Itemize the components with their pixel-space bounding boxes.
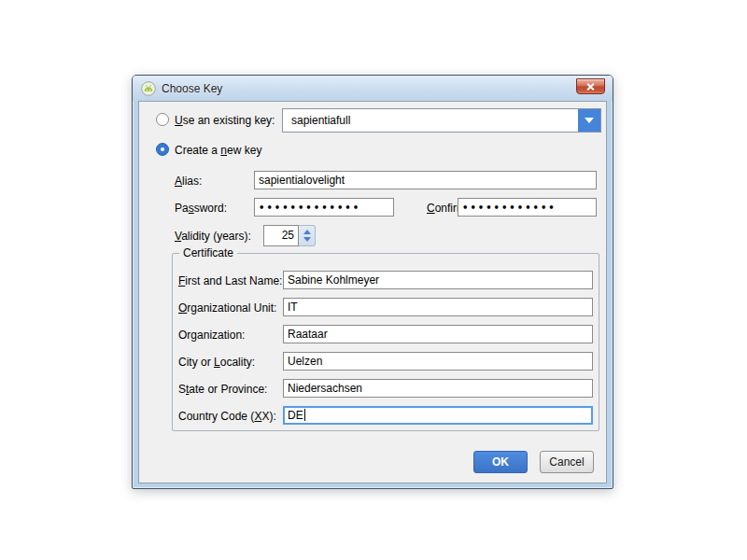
create-new-key-radio[interactable]: [156, 143, 169, 156]
cancel-button[interactable]: Cancel: [540, 451, 594, 473]
chevron-down-icon: [303, 237, 311, 242]
existing-key-value: sapientiafull: [283, 114, 578, 127]
organizational-unit-field[interactable]: IT: [283, 298, 593, 316]
existing-key-combobox[interactable]: sapientiafull: [282, 108, 601, 133]
organizational-unit-label: Organizational Unit:: [178, 301, 276, 315]
state-province-field[interactable]: Niedersachsen: [283, 379, 593, 398]
first-last-name-label: First and Last Name:: [178, 274, 282, 287]
country-code-value: DE: [288, 409, 303, 422]
validity-value-field[interactable]: 25: [263, 225, 299, 246]
close-icon: [586, 83, 595, 91]
city-locality-field[interactable]: Uelzen: [283, 352, 593, 371]
text-caret: [304, 409, 305, 421]
confirm-password-field[interactable]: ••••••••••••: [458, 198, 597, 217]
use-existing-key-radio[interactable]: [156, 113, 169, 126]
state-province-label: State or Province:: [178, 383, 267, 396]
choose-key-dialog: Choose Key Use an existing key: sapienti…: [132, 75, 613, 489]
password-label: Password:: [175, 202, 227, 215]
validity-label: Validity (years):: [175, 230, 251, 243]
title-bar[interactable]: Choose Key: [133, 76, 613, 101]
country-code-label: Country Code (XX):: [178, 410, 276, 423]
organization-field[interactable]: Raataar: [283, 325, 593, 343]
country-code-field[interactable]: DE: [283, 406, 593, 425]
android-studio-icon: [141, 81, 156, 96]
password-field[interactable]: •••••••••••••: [254, 198, 394, 217]
create-new-key-label: Create a new key: [175, 144, 261, 157]
organization-label: Organization:: [178, 329, 245, 342]
chevron-down-icon: [585, 118, 594, 123]
alias-label: Alias:: [175, 175, 202, 188]
validity-spinner: 25: [263, 225, 316, 246]
certificate-group: Certificate First and Last Name: Sabine …: [172, 253, 599, 431]
certificate-group-label: Certificate: [179, 246, 237, 259]
validity-spinner-buttons[interactable]: [299, 225, 316, 246]
first-last-name-field[interactable]: Sabine Kohlmeyer: [283, 271, 593, 289]
dialog-body: Use an existing key: sapientiafull Creat…: [138, 101, 607, 483]
window-title: Choose Key: [162, 82, 222, 95]
chevron-up-icon: [303, 230, 311, 234]
ok-button[interactable]: OK: [473, 451, 528, 473]
combobox-dropdown-button[interactable]: [578, 109, 600, 132]
alias-field[interactable]: sapientialovelight: [254, 171, 597, 189]
use-existing-key-label: Use an existing key:: [175, 114, 275, 127]
city-locality-label: City or Locality:: [178, 356, 255, 369]
close-button[interactable]: [576, 78, 605, 94]
